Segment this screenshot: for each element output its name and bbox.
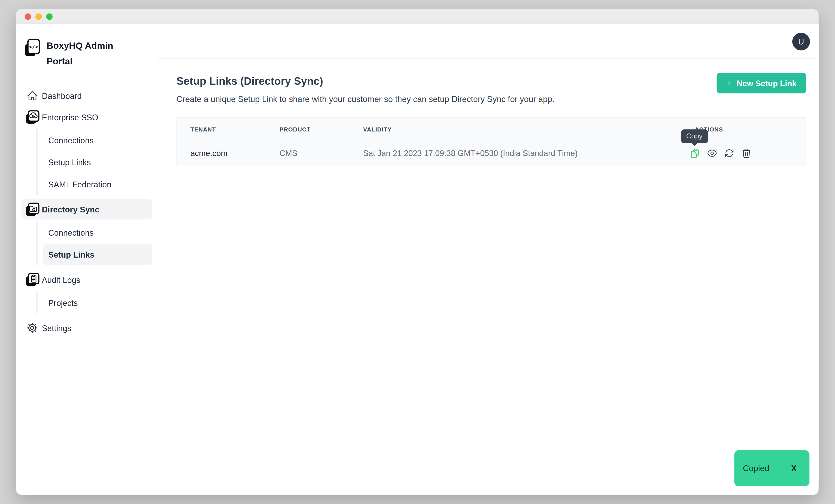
copy-link-button[interactable]: Copy [690, 148, 700, 158]
fullscreen-window-icon[interactable] [46, 13, 53, 20]
audit-logs-subnav: Projects [37, 292, 158, 314]
toast-close-button[interactable]: X [791, 464, 797, 473]
app-window: </> BoxyHQ Admin Portal Da [16, 9, 818, 495]
titlebar [16, 9, 818, 24]
new-setup-link-button[interactable]: + New Setup Link [716, 73, 806, 93]
directory-sync-subnav: Connections Setup Links [37, 222, 158, 265]
subitem-label: SAML Federation [48, 180, 111, 189]
page-content: Setup Links (Directory Sync) Create a un… [158, 59, 818, 165]
page-description: Create a unique Setup Link to share with… [177, 94, 807, 104]
minimize-window-icon[interactable] [35, 13, 42, 20]
sidebar-subitem-setup-links-active[interactable]: Setup Links [43, 244, 152, 265]
regenerate-setup-link-button[interactable] [724, 148, 734, 158]
subitem-label: Connections [48, 228, 94, 237]
subitem-label: Setup Links [48, 250, 95, 259]
tenant-cell: acme.com [177, 148, 266, 158]
view-setup-link-button[interactable] [707, 148, 717, 158]
sidebar-subitem-projects[interactable]: Projects [43, 292, 152, 314]
copy-icon [690, 148, 700, 158]
sidebar-item-label: Settings [42, 323, 71, 332]
home-icon [25, 90, 40, 101]
audit-logs-icon [25, 273, 40, 287]
main-area: U Setup Links (Directory Sync) Create a … [158, 24, 818, 494]
copied-toast: Copied X [734, 450, 810, 486]
app-title: BoxyHQ Admin Portal [47, 38, 127, 69]
sidebar-item-dashboard[interactable]: Dashboard [21, 85, 152, 106]
sidebar-subitem-saml-federation[interactable]: SAML Federation [43, 173, 152, 195]
sidebar-item-label: Dashboard [42, 91, 82, 100]
settings-gear-icon [25, 322, 40, 334]
setup-links-table: TENANT PRODUCT VALIDITY ACTIONS acme.com… [177, 117, 807, 165]
directory-sync-icon [25, 202, 40, 217]
boxyhq-logo-icon: </> [24, 38, 40, 59]
copy-tooltip: Copy [681, 129, 708, 143]
refresh-icon [724, 148, 734, 158]
validity-cell: Sat Jan 21 2023 17:09:38 GMT+0530 (India… [350, 148, 681, 158]
sidebar-subitem-setup-links[interactable]: Setup Links [43, 152, 152, 173]
sidebar-item-settings[interactable]: Settings [21, 318, 152, 338]
sidebar-item-label: Directory Sync [42, 205, 99, 214]
column-header-validity: VALIDITY [350, 126, 681, 133]
enterprise-sso-icon [25, 110, 40, 124]
table-row: acme.com CMS Sat Jan 21 2023 17:09:38 GM… [177, 141, 806, 165]
sidebar-subitem-connections[interactable]: Connections [43, 129, 152, 151]
sidebar-item-directory-sync[interactable]: Directory Sync [21, 199, 152, 219]
actions-cell: Copy [681, 148, 806, 158]
desktop: </> BoxyHQ Admin Portal Da [0, 0, 835, 504]
app-logo[interactable]: </> BoxyHQ Admin Portal [16, 38, 158, 69]
sidebar-item-audit-logs[interactable]: Audit Logs [21, 269, 152, 290]
sidebar-subitem-connections[interactable]: Connections [43, 222, 152, 243]
trash-icon [741, 148, 752, 158]
subitem-label: Connections [48, 136, 94, 145]
sidebar-item-label: Audit Logs [42, 275, 80, 284]
avatar-initial: U [798, 37, 804, 46]
sidebar-nav: Dashboard [16, 85, 158, 338]
top-header-bar: U [158, 24, 818, 59]
delete-setup-link-button[interactable] [741, 148, 752, 158]
sidebar: </> BoxyHQ Admin Portal Da [16, 24, 158, 494]
table-header-row: TENANT PRODUCT VALIDITY ACTIONS [177, 118, 806, 141]
column-header-tenant: TENANT [177, 126, 266, 133]
sidebar-item-label: Enterprise SSO [42, 113, 98, 122]
new-setup-link-label: New Setup Link [737, 79, 797, 88]
eye-icon [707, 148, 717, 158]
column-header-product: PRODUCT [266, 126, 350, 133]
page-title: Setup Links (Directory Sync) [177, 75, 807, 87]
close-window-icon[interactable] [25, 13, 31, 20]
sidebar-item-enterprise-sso[interactable]: Enterprise SSO [21, 107, 152, 127]
plus-icon: + [726, 78, 732, 88]
subitem-label: Setup Links [48, 157, 91, 166]
subitem-label: Projects [48, 298, 78, 307]
svg-text:</>: </> [29, 44, 38, 49]
product-cell: CMS [266, 148, 350, 158]
toast-message: Copied [743, 463, 769, 473]
user-avatar[interactable]: U [792, 33, 810, 50]
enterprise-sso-subnav: Connections Setup Links SAML Federation [37, 129, 158, 195]
